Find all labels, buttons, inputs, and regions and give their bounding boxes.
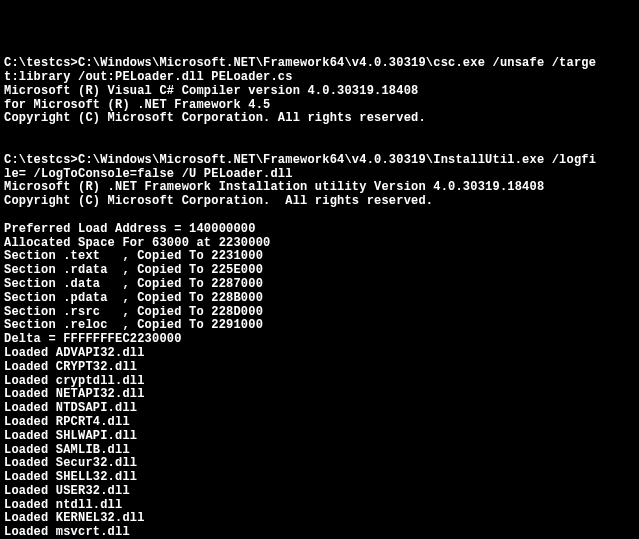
- terminal-line: Section .rsrc , Copied To 228D000: [4, 306, 635, 320]
- terminal-line: Loaded ntdll.dll: [4, 499, 635, 513]
- terminal-line: Loaded CRYPT32.dll: [4, 361, 635, 375]
- terminal-line: Section .pdata , Copied To 228B000: [4, 292, 635, 306]
- terminal-output[interactable]: C:\testcs>C:\Windows\Microsoft.NET\Frame…: [4, 57, 635, 539]
- terminal-line: Preferred Load Address = 140000000: [4, 223, 635, 237]
- terminal-line: Loaded SHELL32.dll: [4, 471, 635, 485]
- terminal-line: Loaded SHLWAPI.dll: [4, 430, 635, 444]
- terminal-line: le= /LogToConsole=false /U PELoader.dll: [4, 168, 635, 182]
- terminal-line: Loaded SAMLIB.dll: [4, 444, 635, 458]
- terminal-line: Loaded USER32.dll: [4, 485, 635, 499]
- terminal-line: Loaded Secur32.dll: [4, 457, 635, 471]
- terminal-line: Copyright (C) Microsoft Corporation. All…: [4, 112, 635, 126]
- terminal-line: Microsoft (R) .NET Framework Installatio…: [4, 181, 635, 195]
- terminal-line: Section .data , Copied To 2287000: [4, 278, 635, 292]
- terminal-line: Loaded KERNEL32.dll: [4, 512, 635, 526]
- terminal-line: Delta = FFFFFFFEC2230000: [4, 333, 635, 347]
- terminal-line: Loaded cryptdll.dll: [4, 375, 635, 389]
- terminal-line: Copyright (C) Microsoft Corporation. All…: [4, 195, 635, 209]
- terminal-line: Section .text , Copied To 2231000: [4, 250, 635, 264]
- terminal-line: Section .rdata , Copied To 225E000: [4, 264, 635, 278]
- terminal-line: Microsoft (R) Visual C# Compiler version…: [4, 85, 635, 99]
- terminal-line: Loaded msvcrt.dll: [4, 526, 635, 539]
- terminal-line: Loaded NTDSAPI.dll: [4, 402, 635, 416]
- terminal-line: C:\testcs>C:\Windows\Microsoft.NET\Frame…: [4, 57, 635, 71]
- terminal-line: Loaded ADVAPI32.dll: [4, 347, 635, 361]
- terminal-line: Loaded RPCRT4.dll: [4, 416, 635, 430]
- terminal-line: [4, 209, 635, 223]
- terminal-line: Section .reloc , Copied To 2291000: [4, 319, 635, 333]
- terminal-line: [4, 140, 635, 154]
- terminal-line: for Microsoft (R) .NET Framework 4.5: [4, 99, 635, 113]
- terminal-line: C:\testcs>C:\Windows\Microsoft.NET\Frame…: [4, 154, 635, 168]
- terminal-line: Loaded NETAPI32.dll: [4, 388, 635, 402]
- terminal-line: Allocated Space For 63000 at 2230000: [4, 237, 635, 251]
- terminal-line: t:library /out:PELoader.dll PELoader.cs: [4, 71, 635, 85]
- terminal-line: [4, 126, 635, 140]
